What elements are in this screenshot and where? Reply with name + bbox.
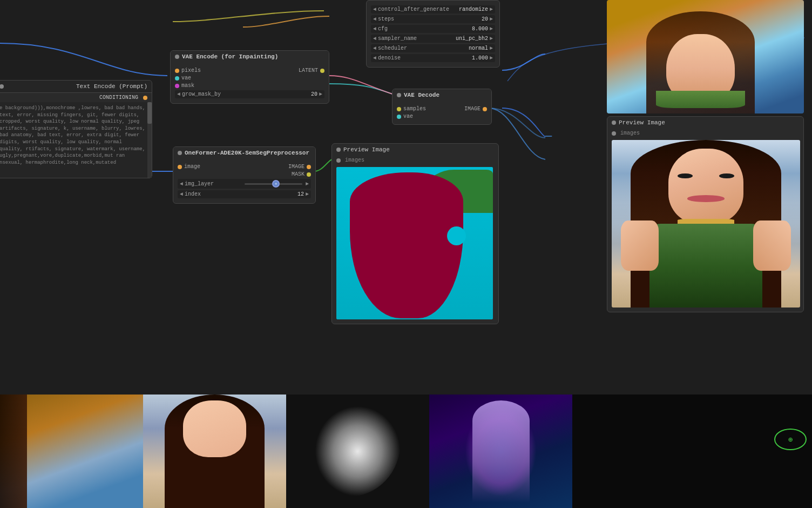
preview-right-image	[612, 140, 800, 308]
preview-main-node: Preview Image images	[331, 143, 499, 324]
text-content-area: e background))),monochrome ,lowres, bad …	[0, 102, 152, 178]
thumb-4-bg: ⊕	[572, 395, 812, 508]
thumbnail-0[interactable]	[0, 395, 143, 508]
thumb-3-bg	[429, 395, 572, 508]
grow-mask-param[interactable]: ◄ grow_mask_by 20 ►	[175, 90, 324, 98]
vae-decode-vae-port: vae	[397, 113, 487, 119]
pixels-port	[175, 69, 179, 73]
thumbnail-2[interactable]	[286, 395, 429, 508]
portrait-face	[668, 149, 744, 224]
vae-encode-body: pixels LATENT vae mask ◄ grow_mask_by 20…	[171, 63, 329, 103]
thumb-4-icon: ⊕	[788, 435, 793, 444]
vae-decode-node: VAE Decode samples IMAGE vae	[392, 89, 492, 125]
preview-main-images-port	[336, 158, 341, 163]
scheduler-param[interactable]: ◄ scheduler normal ►	[371, 44, 495, 52]
preview-right-dot	[612, 121, 616, 125]
preview-main-dot	[336, 148, 341, 152]
steps-left-arrow[interactable]: ◄	[373, 16, 376, 22]
grow-mask-left-arrow[interactable]: ◄	[177, 91, 180, 97]
oneformer-image-port: image IMAGE	[178, 164, 311, 170]
thumbnail-strip: ⊕	[0, 395, 812, 508]
preview-right-header: Preview Image	[607, 117, 803, 129]
vae-port	[175, 76, 179, 81]
control-right-arrow[interactable]: ►	[490, 6, 493, 12]
denoise-right-arrow[interactable]: ►	[490, 55, 493, 61]
text-encode-node: Text Encode (Prompt) CONDITIONING e back…	[0, 80, 152, 178]
vae-decode-dot	[397, 93, 401, 97]
oneformer-node: OneFormer-ADE20K-SemSegPreprocessor imag…	[173, 146, 316, 204]
img-layer-left[interactable]: ◄	[180, 181, 183, 187]
preview-right-node: Preview Image images	[607, 116, 804, 312]
oneformer-header: OneFormer-ADE20K-SemSegPreprocessor	[173, 147, 315, 159]
mask-port	[175, 84, 179, 88]
segmentation-image	[336, 167, 493, 319]
vae-decode-body: samples IMAGE vae	[393, 101, 491, 124]
oneformer-title: OneFormer-ADE20K-SemSegPreprocessor	[185, 150, 309, 156]
preview-main-title: Preview Image	[343, 146, 390, 153]
scheduler-right-arrow[interactable]: ►	[490, 45, 493, 51]
thumbnail-3[interactable]	[429, 395, 572, 508]
vae-encode-node: VAE Encode (for Inpainting) pixels LATEN…	[170, 50, 329, 104]
index-param[interactable]: ◄ index 12 ►	[178, 190, 311, 198]
cfg-right-arrow[interactable]: ►	[490, 26, 493, 32]
vae-encode-header: VAE Encode (for Inpainting)	[171, 51, 329, 63]
img-layer-param[interactable]: ◄ img_layer ✛ ►	[178, 179, 311, 189]
latent-port	[320, 69, 324, 73]
steps-right-arrow[interactable]: ►	[490, 16, 493, 22]
cfg-left-arrow[interactable]: ◄	[373, 26, 376, 32]
img-layer-right[interactable]: ►	[306, 181, 309, 187]
control-after-generate-param[interactable]: ◄ control_after_generate randomize ►	[371, 5, 495, 14]
text-encode-dot	[0, 84, 4, 89]
lips	[687, 195, 725, 202]
thumbnail-1[interactable]	[143, 395, 286, 508]
text-content: e background))),monochrome ,lowres, bad …	[0, 105, 145, 165]
steps-param[interactable]: ◄ steps 20 ►	[371, 15, 495, 23]
control-left-arrow[interactable]: ◄	[373, 6, 376, 12]
index-left[interactable]: ◄	[180, 191, 183, 197]
thumb-2-bg	[286, 395, 429, 508]
thumb-0-hair	[0, 395, 27, 508]
scheduler-left-arrow[interactable]: ◄	[373, 45, 376, 51]
vae-encode-port-vae: vae	[175, 75, 324, 81]
preview-right-title: Preview Image	[619, 119, 665, 126]
grow-mask-right-arrow[interactable]: ►	[319, 91, 322, 97]
thumb-0-bg	[0, 395, 143, 508]
canvas: Text Encode (Prompt) CONDITIONING e back…	[0, 0, 812, 508]
denoise-param[interactable]: ◄ denoise 1.000 ►	[371, 54, 495, 62]
preview-right-container	[607, 138, 803, 312]
ksampler-node: ◄ control_after_generate randomize ► ◄ s…	[366, 0, 500, 68]
vae-decode-vae-in	[397, 115, 401, 119]
vae-decode-samples-port: samples IMAGE	[397, 106, 487, 112]
denoise-left-arrow[interactable]: ◄	[373, 55, 376, 61]
preview-main-images-label: images	[332, 156, 498, 165]
oneformer-dot	[178, 151, 182, 155]
vae-encode-dot	[175, 55, 179, 59]
conditioning-bar: CONDITIONING	[0, 93, 152, 102]
seg-figure	[350, 172, 463, 318]
preview-main-image-container	[332, 165, 498, 324]
sampler-left-arrow[interactable]: ◄	[373, 36, 376, 42]
sampler-right-arrow[interactable]: ►	[490, 36, 493, 42]
shoulder-left	[621, 220, 659, 271]
ksampler-body: ◄ control_after_generate randomize ► ◄ s…	[367, 1, 499, 67]
text-scrollbar[interactable]	[147, 102, 152, 178]
image-out-port	[483, 107, 487, 111]
thumb-1-bg	[143, 395, 286, 508]
conditioning-port	[143, 96, 147, 100]
sampler-name-param[interactable]: ◄ sampler_name uni_pc_bh2 ►	[371, 35, 495, 43]
top-right-bg	[607, 0, 804, 113]
shoulder-right	[753, 220, 791, 271]
vae-encode-port-mask: mask	[175, 83, 324, 89]
thumbnail-4[interactable]: ⊕	[572, 395, 812, 508]
top-right-portrait	[607, 0, 804, 113]
thumb-1-face	[183, 400, 246, 457]
index-right[interactable]: ►	[306, 191, 309, 197]
vae-encode-port-pixels: pixels LATENT	[175, 68, 324, 73]
text-scrollbar-thumb	[147, 102, 152, 124]
vae-encode-title: VAE Encode (for Inpainting)	[182, 54, 278, 60]
oneformer-mask-port: MASK	[178, 171, 311, 177]
text-encode-header: Text Encode (Prompt)	[0, 81, 152, 93]
clothing	[656, 91, 745, 108]
cfg-param[interactable]: ◄ cfg 8.000 ►	[371, 25, 495, 33]
oneformer-image-in	[178, 165, 182, 169]
